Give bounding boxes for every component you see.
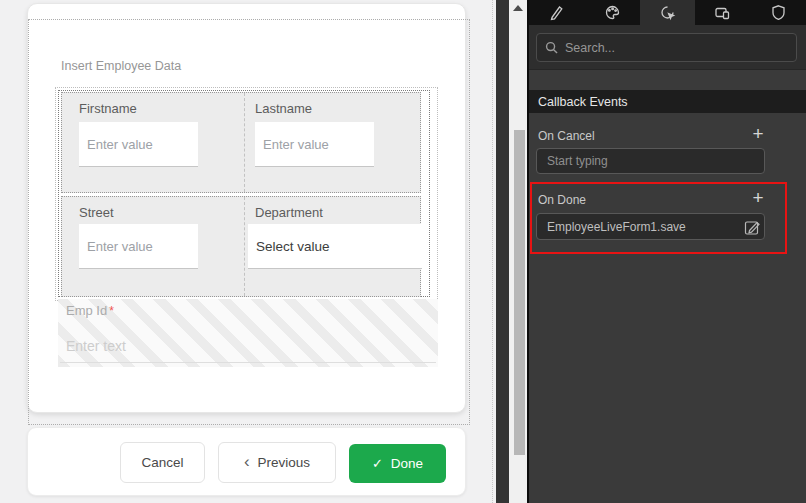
field-row-2: Street Department Select value — [61, 196, 421, 297]
chevron-left-icon: ‹ — [244, 453, 250, 470]
section-header: Callback Events — [529, 90, 806, 113]
devices-icon — [714, 4, 731, 21]
form-title: Insert Employee Data — [61, 59, 181, 73]
divider-strip — [496, 0, 509, 503]
department-select[interactable]: Select value — [248, 224, 422, 269]
pencil-icon — [548, 4, 565, 21]
properties-panel: Callback Events On Cancel + On Done + — [529, 0, 806, 503]
done-button-label: Done — [391, 456, 423, 471]
search-band — [529, 25, 806, 70]
tab-devices[interactable] — [695, 0, 750, 25]
edit-pencil-icon — [743, 218, 762, 237]
app-builder-window: Insert Employee Data Firstname Lastname … — [0, 0, 806, 503]
tab-styles[interactable] — [584, 0, 639, 25]
on-cancel-input[interactable] — [536, 148, 765, 174]
canvas-area: Insert Employee Data Firstname Lastname … — [0, 0, 496, 503]
search-input[interactable] — [565, 41, 788, 55]
empid-label: Emp Id* — [66, 303, 114, 318]
palette-icon — [604, 4, 621, 21]
firstname-input[interactable] — [79, 122, 198, 167]
cancel-button[interactable]: Cancel — [120, 442, 205, 483]
street-input[interactable] — [79, 224, 198, 269]
previous-button-label: Previous — [258, 455, 311, 470]
search-icon — [545, 41, 558, 54]
add-on-done-action-icon[interactable]: + — [748, 190, 768, 208]
department-label: Department — [255, 205, 323, 220]
edit-on-done-button[interactable] — [741, 216, 763, 238]
lastname-input[interactable] — [255, 122, 374, 167]
scrollbar-thumb[interactable] — [514, 130, 525, 455]
form-footer: Cancel ‹ Previous ✓ Done — [27, 427, 466, 496]
empid-input[interactable] — [60, 329, 436, 363]
shield-icon — [770, 4, 787, 21]
required-asterisk: * — [109, 304, 114, 318]
street-label: Street — [79, 205, 114, 220]
tab-edit[interactable] — [529, 0, 584, 25]
lastname-label: Lastname — [255, 101, 312, 116]
vertical-scrollbar[interactable] — [509, 0, 527, 503]
on-done-label: On Done — [538, 193, 586, 207]
tab-security[interactable] — [751, 0, 806, 25]
previous-button[interactable]: ‹ Previous — [218, 442, 336, 483]
on-done-input[interactable] — [536, 213, 765, 240]
search-box[interactable] — [536, 33, 797, 62]
panel-tab-strip — [529, 0, 806, 25]
add-on-cancel-action-icon[interactable]: + — [748, 126, 768, 144]
firstname-label: Firstname — [79, 101, 137, 116]
cell-divider — [244, 93, 245, 192]
canvas-boundary-line — [492, 0, 493, 503]
check-icon: ✓ — [372, 456, 383, 471]
pointer-click-icon — [659, 4, 676, 21]
tab-events[interactable] — [640, 0, 695, 25]
cell-divider — [244, 197, 245, 296]
scroll-up-arrow-icon[interactable] — [513, 5, 523, 11]
empid-field-striped: Emp Id* — [58, 299, 438, 367]
field-row-1: Firstname Lastname — [61, 92, 421, 193]
done-button[interactable]: ✓ Done — [349, 444, 446, 483]
on-cancel-label: On Cancel — [538, 129, 595, 143]
